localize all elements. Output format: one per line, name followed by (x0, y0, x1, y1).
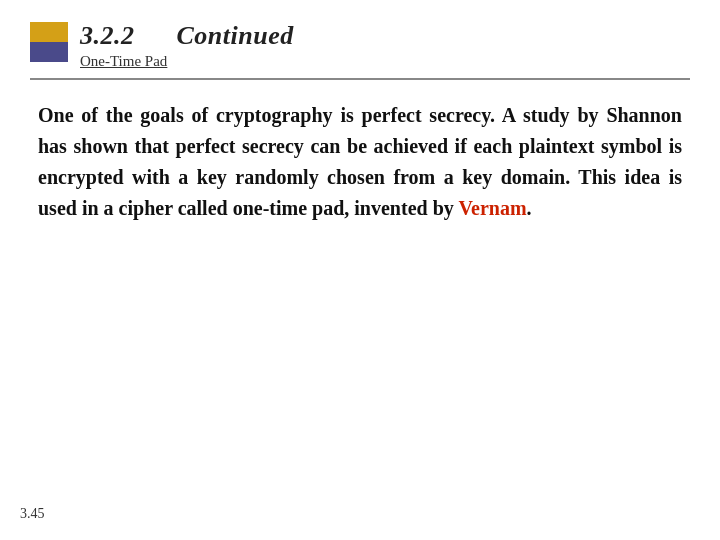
slide-container: 3.2.2 Continued One-Time Pad One of the … (0, 0, 720, 540)
paragraph-part2: . (527, 197, 532, 219)
page-number: 3.45 (20, 506, 45, 522)
section-number: 3.2.2 (80, 21, 135, 50)
color-block-bottom (30, 42, 68, 62)
header-text-area: 3.2.2 Continued One-Time Pad (80, 20, 294, 70)
main-paragraph: One of the goals of cryptography is perf… (30, 100, 690, 224)
vernam-highlight: Vernam (458, 197, 526, 219)
color-blocks (30, 22, 68, 62)
paragraph-part1: One of the goals of cryptography is perf… (38, 104, 682, 219)
continued-label: Continued (177, 21, 294, 50)
header-area: 3.2.2 Continued One-Time Pad (30, 20, 690, 70)
color-block-top (30, 22, 68, 42)
header-divider (30, 78, 690, 80)
subtitle: One-Time Pad (80, 53, 294, 70)
section-title: 3.2.2 Continued (80, 20, 294, 51)
